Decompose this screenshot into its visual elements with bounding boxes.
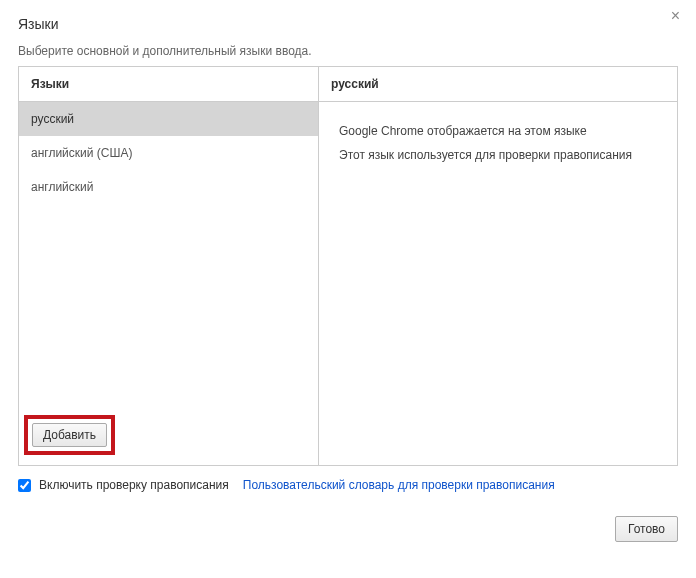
- dialog-title: Языки: [18, 16, 678, 32]
- panels-container: Языки русский английский (США) английски…: [18, 66, 678, 466]
- languages-panel-footer: Добавить: [19, 405, 318, 465]
- add-language-button[interactable]: Добавить: [32, 423, 107, 447]
- close-icon[interactable]: ×: [665, 6, 686, 26]
- language-item-english-us[interactable]: английский (США): [19, 136, 318, 170]
- custom-dictionary-link[interactable]: Пользовательский словарь для проверки пр…: [243, 478, 555, 492]
- selected-language-header: русский: [319, 67, 677, 102]
- language-details-content: Google Chrome отображается на этом языке…: [319, 102, 677, 184]
- dialog-subtitle: Выберите основной и дополнительный языки…: [18, 44, 678, 58]
- display-language-info: Google Chrome отображается на этом языке: [339, 124, 657, 138]
- language-list: русский английский (США) английский: [19, 102, 318, 405]
- spellcheck-row: Включить проверку правописания Пользоват…: [18, 478, 678, 492]
- spellcheck-checkbox[interactable]: [18, 479, 31, 492]
- languages-panel-header: Языки: [19, 67, 318, 102]
- add-button-highlight: Добавить: [24, 415, 115, 455]
- dialog-footer: Готово: [18, 516, 678, 542]
- language-item-russian[interactable]: русский: [19, 102, 318, 136]
- spellcheck-checkbox-label: Включить проверку правописания: [39, 478, 229, 492]
- language-settings-dialog: × Языки Выберите основной и дополнительн…: [0, 0, 696, 558]
- language-details-panel: русский Google Chrome отображается на эт…: [319, 67, 677, 465]
- languages-panel: Языки русский английский (США) английски…: [19, 67, 319, 465]
- spellcheck-language-info: Этот язык используется для проверки прав…: [339, 148, 657, 162]
- language-item-english[interactable]: английский: [19, 170, 318, 204]
- done-button[interactable]: Готово: [615, 516, 678, 542]
